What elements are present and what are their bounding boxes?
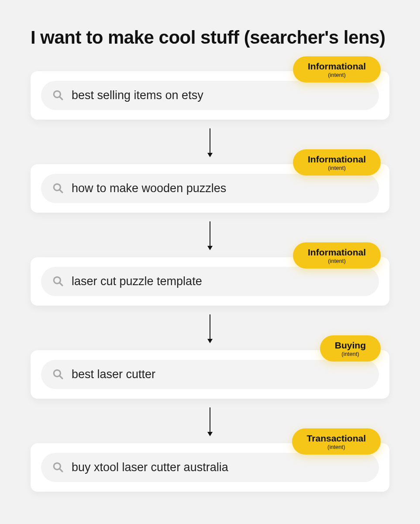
svg-line-17 xyxy=(59,469,62,472)
svg-marker-15 xyxy=(207,432,213,436)
search-step: Informational (intent) best selling item… xyxy=(31,71,389,120)
intent-label: Informational xyxy=(308,248,366,257)
intent-sublabel: (intent) xyxy=(308,258,366,264)
search-step: Transactional (intent) buy xtool laser c… xyxy=(31,443,389,492)
intent-label: Transactional xyxy=(307,434,366,443)
svg-marker-3 xyxy=(207,153,213,157)
search-icon xyxy=(52,369,64,380)
intent-label: Buying xyxy=(335,341,366,350)
search-query: how to make wooden puzzles xyxy=(72,182,226,195)
search-icon xyxy=(52,90,64,101)
search-icon xyxy=(52,276,64,287)
search-step: Informational (intent) laser cut puzzle … xyxy=(31,257,389,306)
svg-marker-11 xyxy=(207,339,213,343)
intent-sublabel: (intent) xyxy=(335,351,366,357)
search-query: buy xtool laser cutter australia xyxy=(72,461,228,474)
intent-sublabel: (intent) xyxy=(308,72,366,78)
page-title: I want to make cool stuff (searcher's le… xyxy=(31,26,389,49)
svg-line-1 xyxy=(59,97,62,100)
search-input[interactable]: buy xtool laser cutter australia xyxy=(41,453,379,482)
intent-sublabel: (intent) xyxy=(307,444,366,450)
search-step: Buying (intent) best laser cutter xyxy=(31,350,389,399)
intent-badge: Informational (intent) xyxy=(293,242,381,269)
intent-label: Informational xyxy=(308,62,366,71)
svg-line-5 xyxy=(59,190,62,193)
search-input[interactable]: how to make wooden puzzles xyxy=(41,174,379,203)
search-icon xyxy=(52,183,64,194)
search-icon xyxy=(52,462,64,473)
search-input[interactable]: best selling items on etsy xyxy=(41,81,379,110)
svg-marker-7 xyxy=(207,246,213,250)
search-input[interactable]: best laser cutter xyxy=(41,360,379,389)
intent-sublabel: (intent) xyxy=(308,165,366,171)
intent-badge: Informational (intent) xyxy=(293,56,381,83)
intent-badge: Transactional (intent) xyxy=(292,428,381,455)
svg-line-9 xyxy=(59,283,62,286)
intent-badge: Buying (intent) xyxy=(320,335,381,362)
intent-badge: Informational (intent) xyxy=(293,149,381,176)
search-query: best selling items on etsy xyxy=(72,89,203,102)
search-query: laser cut puzzle template xyxy=(72,275,202,288)
svg-line-13 xyxy=(59,376,62,379)
search-query: best laser cutter xyxy=(72,368,155,381)
intent-label: Informational xyxy=(308,155,366,164)
search-step: Informational (intent) how to make woode… xyxy=(31,164,389,213)
search-input[interactable]: laser cut puzzle template xyxy=(41,267,379,296)
